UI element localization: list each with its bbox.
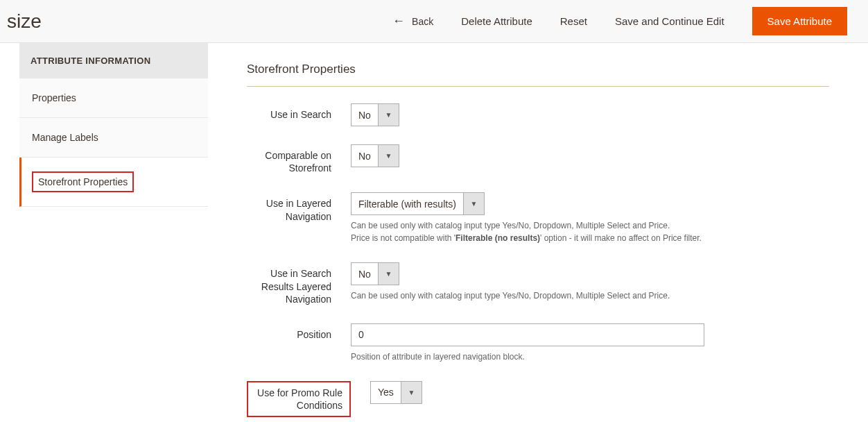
page-header: size ← Back Delete Attribute Reset Save … <box>0 0 868 43</box>
field-control: No ▼ <box>351 144 711 167</box>
field-use-in-search: Use in Search No ▼ <box>247 103 829 126</box>
sidebar-item-manage-labels[interactable]: Manage Labels <box>19 118 208 158</box>
promo-rule-select[interactable]: Yes ▼ <box>370 381 422 404</box>
field-label-highlighted: Use for Promo Rule Conditions <box>247 381 351 417</box>
chevron-down-icon: ▼ <box>401 382 422 403</box>
field-position: Position Position of attribute in layere… <box>247 323 829 363</box>
back-label: Back <box>412 16 433 27</box>
delete-attribute-button[interactable]: Delete Attribute <box>461 15 532 27</box>
chevron-down-icon: ▼ <box>463 193 484 214</box>
select-value: No <box>351 263 378 285</box>
highlight-box: Use for Promo Rule Conditions <box>247 381 351 417</box>
chevron-down-icon: ▼ <box>378 145 399 167</box>
field-note: Can be used only with catalog input type… <box>351 219 711 244</box>
sidebar-item-label: Properties <box>32 92 76 103</box>
field-label: Use in Search Results Layered Navigation <box>247 262 351 305</box>
back-arrow-icon: ← <box>392 14 405 28</box>
comparable-select[interactable]: No ▼ <box>351 144 399 167</box>
select-value: No <box>351 104 378 126</box>
chevron-down-icon: ▼ <box>378 263 399 285</box>
field-control: No ▼ <box>351 103 711 126</box>
field-label: Use in Search <box>247 103 351 121</box>
field-layered-nav: Use in Layered Navigation Filterable (wi… <box>247 192 829 244</box>
field-label: Use in Layered Navigation <box>247 192 351 222</box>
select-value: Filterable (with results) <box>351 193 463 214</box>
chevron-down-icon: ▼ <box>378 104 399 126</box>
save-continue-button[interactable]: Save and Continue Edit <box>615 15 724 27</box>
sidebar-item-storefront-properties[interactable]: Storefront Properties <box>19 158 208 207</box>
position-input[interactable] <box>351 323 704 346</box>
select-value: No <box>351 145 378 167</box>
layered-nav-select[interactable]: Filterable (with results) ▼ <box>351 192 485 215</box>
field-label: Comparable on Storefront <box>247 144 351 174</box>
field-search-layered-nav: Use in Search Results Layered Navigation… <box>247 262 829 305</box>
field-promo-rule: Use for Promo Rule Conditions Yes ▼ <box>247 381 829 417</box>
select-value: Yes <box>371 382 401 403</box>
sidebar-item-properties[interactable]: Properties <box>19 78 208 118</box>
field-control: Filterable (with results) ▼ Can be used … <box>351 192 711 244</box>
field-control: Yes ▼ <box>370 381 731 404</box>
save-attribute-button[interactable]: Save Attribute <box>752 7 847 35</box>
main-panel: Storefront Properties Use in Search No ▼… <box>208 43 868 422</box>
page-title: size <box>7 10 42 33</box>
search-layered-nav-select[interactable]: No ▼ <box>351 262 399 285</box>
field-label: Position <box>247 323 351 341</box>
field-control: No ▼ Can be used only with catalog input… <box>351 262 711 302</box>
sidebar: ATTRIBUTE INFORMATION Properties Manage … <box>0 43 208 422</box>
use-in-search-select[interactable]: No ▼ <box>351 103 399 126</box>
sidebar-item-label: Manage Labels <box>32 132 98 143</box>
sidebar-section-title: ATTRIBUTE INFORMATION <box>19 43 208 78</box>
field-note: Can be used only with catalog input type… <box>351 289 711 302</box>
back-button[interactable]: ← Back <box>392 14 433 28</box>
field-note: Position of attribute in layered navigat… <box>351 351 711 363</box>
header-actions: ← Back Delete Attribute Reset Save and C… <box>392 7 847 35</box>
field-control: Position of attribute in layered navigat… <box>351 323 711 363</box>
content-area: ATTRIBUTE INFORMATION Properties Manage … <box>0 43 868 422</box>
sidebar-item-label: Storefront Properties <box>32 171 134 192</box>
section-title: Storefront Properties <box>247 62 829 87</box>
reset-button[interactable]: Reset <box>560 15 587 27</box>
field-comparable: Comparable on Storefront No ▼ <box>247 144 829 174</box>
